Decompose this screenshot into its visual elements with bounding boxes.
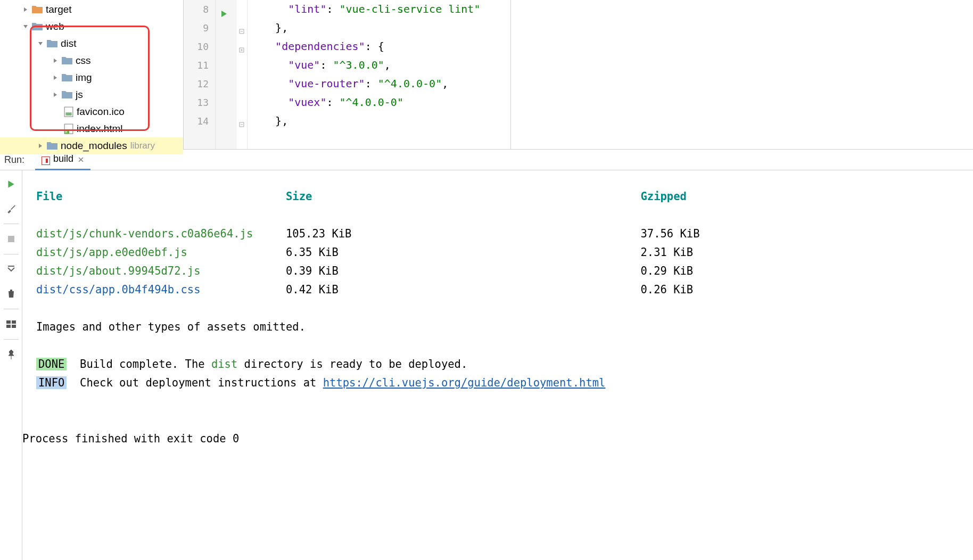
tree-item-dist[interactable]: dist (0, 35, 183, 52)
tree-label: node_modules (61, 140, 127, 152)
chevron-right-icon[interactable] (21, 5, 30, 14)
chevron-right-icon[interactable] (51, 56, 60, 65)
clear-button[interactable] (5, 287, 18, 300)
line-number-gutter: 8 9 10 11 12 13 14 (184, 0, 216, 149)
chevron-right-icon[interactable] (36, 142, 45, 150)
tree-item-target[interactable]: target (0, 1, 183, 18)
chevron-right-icon[interactable] (51, 90, 60, 99)
svg-rect-14 (12, 320, 16, 324)
stop-button[interactable] (5, 233, 18, 245)
folder-icon (32, 20, 46, 33)
code-editor[interactable]: 8 9 10 11 12 13 14 "lint": "vue-cli-serv… (184, 0, 511, 149)
chevron-down-icon[interactable] (36, 39, 45, 48)
tree-item-node-modules[interactable]: node_modules library (0, 137, 183, 154)
svg-rect-13 (6, 320, 11, 324)
tree-item-index[interactable]: H index.html (0, 120, 183, 137)
svg-rect-16 (12, 325, 16, 328)
tree-label: favicon.ico (77, 106, 125, 118)
tree-label: index.html (77, 123, 123, 135)
folder-icon (62, 54, 76, 67)
rerun-button[interactable] (5, 178, 18, 191)
console-header-file: File (36, 190, 62, 203)
exit-code: Process finished with exit code 0 (22, 430, 959, 448)
tree-label: target (46, 4, 72, 15)
close-icon[interactable]: × (78, 153, 84, 166)
chevron-right-icon[interactable] (51, 73, 60, 82)
tree-item-css[interactable]: css (0, 52, 183, 69)
tree-item-favicon[interactable]: favicon.ico (0, 103, 183, 120)
tree-item-img[interactable]: img (0, 69, 183, 86)
pin-button[interactable] (5, 348, 18, 361)
project-tree-sidebar: target web dist css img js (0, 0, 184, 149)
tree-item-web[interactable]: web (0, 18, 183, 35)
svg-text:H: H (65, 130, 67, 134)
fold-close-icon[interactable] (238, 118, 245, 124)
tree-label: css (76, 55, 91, 67)
console-header-size: Size (286, 190, 312, 203)
fold-open-icon[interactable] (238, 43, 245, 50)
folder-icon (47, 139, 61, 152)
run-toolbar (0, 170, 22, 560)
svg-rect-1 (65, 112, 71, 116)
svg-rect-15 (6, 325, 11, 328)
folder-icon (47, 37, 61, 50)
settings-button[interactable] (5, 202, 18, 215)
console-omitted: Images and other types of assets omitted… (36, 318, 959, 336)
run-panel-body: File Size Gzipped dist/js/chunk-vendors.… (0, 170, 973, 560)
editor-empty-area (511, 0, 973, 149)
library-root-label: library (130, 141, 155, 151)
run-tab-label: build (53, 153, 73, 164)
tree-label: img (76, 72, 92, 84)
gutter-run-icons (216, 0, 237, 149)
code-content[interactable]: "lint": "vue-cli-service lint" }, "depen… (248, 0, 510, 149)
deployment-link[interactable]: https://cli.vuejs.org/guide/deployment.h… (323, 376, 606, 389)
html-file-icon: H (64, 124, 73, 134)
npm-icon (42, 155, 50, 163)
svg-rect-12 (8, 266, 14, 267)
scroll-down-button[interactable] (5, 263, 18, 276)
svg-rect-10 (46, 159, 48, 163)
console-output[interactable]: File Size Gzipped dist/js/chunk-vendors.… (22, 170, 973, 560)
svg-rect-11 (8, 236, 14, 242)
build-output-row: dist/js/chunk-vendors.c0a86e64.js 105.23… (36, 225, 959, 243)
folder-icon (62, 88, 76, 101)
tree-label: js (76, 89, 83, 101)
console-header-gzipped: Gzipped (641, 190, 687, 203)
info-badge: INFO (36, 376, 67, 389)
folder-icon (32, 3, 46, 16)
done-badge: DONE (36, 358, 67, 370)
tree-label: dist (61, 38, 77, 50)
build-output-row: dist/css/app.0b4f494b.css 0.42 KiB 0.26 … (36, 281, 959, 299)
chevron-down-icon[interactable] (21, 22, 30, 31)
build-output-row: dist/js/app.e0ed0ebf.js 6.35 KiB 2.31 Ki… (36, 243, 959, 262)
fold-column (237, 0, 248, 149)
run-panel-label: Run: (4, 154, 24, 166)
fold-close-icon[interactable] (238, 24, 245, 31)
run-gutter-icon[interactable] (220, 8, 228, 21)
folder-icon (62, 71, 76, 84)
ico-file-icon (64, 107, 73, 117)
layout-button[interactable] (5, 318, 18, 331)
tree-label: web (46, 21, 64, 32)
tree-item-js[interactable]: js (0, 86, 183, 103)
build-output-row: dist/js/about.99945d72.js 0.39 KiB 0.29 … (36, 262, 959, 281)
